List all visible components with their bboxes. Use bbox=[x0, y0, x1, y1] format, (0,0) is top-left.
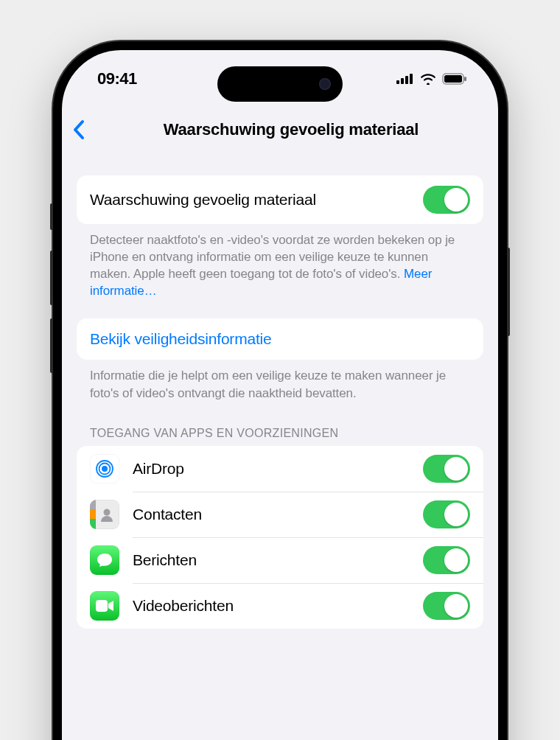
svg-point-7 bbox=[102, 466, 108, 472]
footer-text: Detecteer naaktfoto's en -video's voorda… bbox=[90, 233, 455, 281]
app-row-airdrop[interactable]: AirDrop bbox=[77, 446, 483, 492]
status-time: 09:41 bbox=[97, 69, 137, 88]
facetime-icon bbox=[90, 591, 119, 621]
app-label: Contacten bbox=[133, 506, 423, 523]
screen: 09:41 bbox=[62, 50, 498, 740]
svg-rect-6 bbox=[464, 77, 466, 81]
page-title: Waarschuwing gevoelig materiaal bbox=[93, 120, 489, 139]
airdrop-toggle[interactable] bbox=[423, 455, 470, 483]
contacts-icon bbox=[90, 500, 119, 529]
safety-card: Bekijk veiligheidsinformatie bbox=[77, 318, 483, 360]
safety-footer: Informatie die je helpt om een veilige k… bbox=[77, 360, 483, 414]
battery-icon bbox=[442, 73, 467, 85]
camera-icon bbox=[319, 78, 331, 90]
app-label: AirDrop bbox=[133, 460, 423, 478]
safety-group: Bekijk veiligheidsinformatie Informatie … bbox=[77, 318, 483, 414]
sensitive-warning-toggle[interactable] bbox=[423, 186, 470, 214]
svg-rect-5 bbox=[444, 75, 462, 83]
side-buttons-left bbox=[50, 203, 53, 386]
chevron-left-icon bbox=[72, 119, 85, 140]
svg-rect-11 bbox=[96, 600, 108, 612]
app-row-contacten[interactable]: Contacten bbox=[77, 492, 483, 537]
svg-rect-2 bbox=[405, 76, 408, 84]
videoberichten-toggle[interactable] bbox=[423, 592, 470, 620]
main-toggle-card: Waarschuwing gevoelig materiaal bbox=[77, 175, 483, 224]
sensitive-warning-row[interactable]: Waarschuwing gevoelig materiaal bbox=[77, 175, 483, 224]
dynamic-island bbox=[217, 66, 343, 102]
status-right bbox=[396, 73, 467, 85]
cellular-icon bbox=[396, 74, 414, 84]
berichten-toggle[interactable] bbox=[423, 546, 470, 574]
svg-rect-0 bbox=[396, 80, 399, 84]
app-row-berichten[interactable]: Berichten bbox=[77, 537, 483, 583]
app-row-videoberichten[interactable]: Videoberichten bbox=[77, 583, 483, 629]
side-button-right bbox=[507, 248, 510, 336]
apps-section-header: TOEGANG VAN APPS EN VOORZIENINGEN bbox=[77, 421, 483, 446]
content: Waarschuwing gevoelig materiaal Detectee… bbox=[62, 161, 498, 740]
main-toggle-footer: Detecteer naaktfoto's en -video's voorda… bbox=[77, 224, 483, 313]
messages-icon bbox=[90, 545, 119, 575]
apps-group: TOEGANG VAN APPS EN VOORZIENINGEN AirDro… bbox=[77, 421, 483, 629]
wifi-icon bbox=[420, 73, 436, 85]
svg-rect-1 bbox=[401, 78, 404, 84]
phone-frame: 09:41 bbox=[53, 41, 507, 740]
contacten-toggle[interactable] bbox=[423, 500, 470, 528]
app-label: Videoberichten bbox=[133, 597, 423, 615]
main-toggle-group: Waarschuwing gevoelig materiaal Detectee… bbox=[77, 175, 483, 313]
app-label: Berichten bbox=[133, 551, 423, 569]
apps-card: AirDrop bbox=[77, 446, 483, 629]
airdrop-icon bbox=[90, 454, 119, 484]
svg-rect-3 bbox=[410, 74, 413, 84]
sensitive-warning-label: Waarschuwing gevoelig materiaal bbox=[90, 191, 423, 209]
nav-bar: Waarschuwing gevoelig materiaal bbox=[62, 108, 498, 152]
svg-point-10 bbox=[104, 509, 111, 515]
view-safety-info-button[interactable]: Bekijk veiligheidsinformatie bbox=[77, 318, 483, 360]
back-button[interactable] bbox=[72, 119, 85, 140]
